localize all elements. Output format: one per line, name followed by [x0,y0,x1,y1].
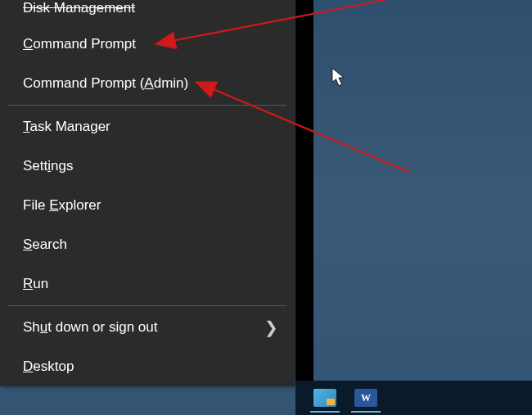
menu-item-disk-management[interactable]: Disk Management [0,0,295,25]
menu-item-settings[interactable]: Settings [0,147,295,186]
menu-label: Search [23,237,67,252]
taskbar-app-word[interactable]: W [348,383,384,413]
monitor-icon [313,389,336,407]
active-indicator [351,411,381,413]
menu-label: File Explorer [23,197,101,213]
menu-label: Settings [23,158,73,174]
window-edge [295,0,313,415]
taskbar: W [295,381,532,415]
taskbar-app-monitor[interactable] [307,383,343,413]
menu-item-shutdown-signout[interactable]: Shut down or sign out ❯ [0,308,295,347]
menu-item-command-prompt-admin[interactable]: Command Prompt (Admin) [0,64,295,103]
winx-menu: Disk Management Command Prompt Command P… [0,0,295,386]
menu-label: Desktop [23,359,74,374]
desktop-background: Disk Management Command Prompt Command P… [0,0,532,415]
menu-label: Command Prompt [23,36,136,52]
svg-marker-3 [332,68,344,86]
word-icon: W [354,389,377,407]
menu-item-task-manager[interactable]: Task Manager [0,107,295,147]
menu-item-command-prompt[interactable]: Command Prompt [0,25,295,64]
menu-item-search[interactable]: Search [0,225,295,264]
mouse-cursor-icon [331,67,346,88]
menu-label: Shut down or sign out [23,319,157,335]
active-indicator [310,411,340,413]
menu-item-desktop[interactable]: Desktop [0,347,295,386]
menu-label: Run [23,276,48,291]
menu-label: Disk Management [23,0,135,16]
menu-item-run[interactable]: Run [0,264,295,304]
menu-separator [8,105,286,106]
menu-separator [8,305,286,306]
menu-label: Command Prompt (Admin) [23,75,188,91]
menu-item-file-explorer[interactable]: File Explorer [0,186,295,225]
menu-label: Task Manager [23,119,110,134]
chevron-right-icon: ❯ [264,318,278,337]
